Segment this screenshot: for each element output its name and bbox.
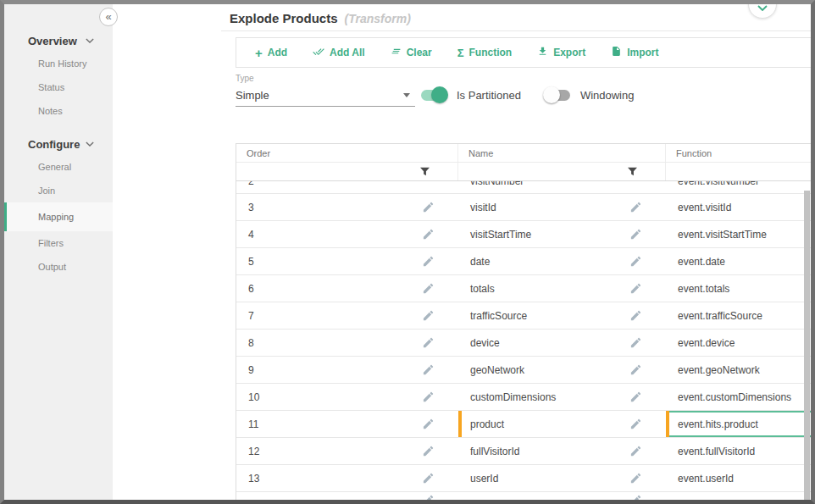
table-row: 9 geoNetwork event.geoNetwork No	[236, 357, 811, 384]
pencil-icon[interactable]	[422, 255, 435, 268]
name-cell: trafficSource	[458, 310, 527, 322]
table-row: 13 userId event.userId No	[236, 465, 811, 492]
sidebar-section-overview[interactable]: Overview	[4, 30, 113, 52]
pencil-icon[interactable]	[629, 228, 642, 241]
pencil-icon[interactable]	[629, 472, 642, 485]
toggle-label: Windowing	[580, 89, 635, 102]
sidebar-item-label: Join	[38, 186, 55, 196]
table-row: 6 totals event.totals No	[236, 275, 811, 302]
chevron-down-icon	[86, 38, 94, 43]
funnel-icon	[627, 164, 638, 180]
order-cell: 13	[236, 473, 259, 485]
name-cell: product	[458, 418, 504, 430]
table-row: 11 product event.hits.product No	[236, 411, 811, 438]
header-divider	[221, 30, 811, 31]
type-select[interactable]: Simple	[236, 84, 415, 107]
toggle-label: Is Partitioned	[457, 89, 521, 102]
pencil-icon[interactable]	[629, 390, 642, 403]
pencil-icon[interactable]	[422, 494, 435, 500]
pencil-icon[interactable]	[422, 418, 435, 430]
vertical-scrollbar[interactable]	[804, 191, 810, 500]
sidebar-item-status[interactable]: Status	[4, 75, 113, 99]
table-row: 10 customDimensions event.customDimensio…	[236, 384, 811, 411]
page-title: Explode Products(Transform)	[230, 11, 411, 26]
function-cell: event.hits.product	[666, 418, 758, 430]
order-cell: 12	[236, 446, 259, 457]
pencil-icon[interactable]	[422, 363, 435, 376]
pencil-icon[interactable]	[629, 336, 642, 349]
filter-name[interactable]	[458, 163, 666, 180]
function-cell: event.visitNumber	[666, 181, 759, 187]
sidebar-item-run-history[interactable]: Run History	[4, 52, 113, 75]
pencil-icon[interactable]	[422, 228, 435, 241]
name-cell: device	[458, 337, 500, 349]
name-cell: visitId	[458, 202, 496, 213]
pencil-icon[interactable]	[629, 445, 642, 457]
function-cell: event.customDimensions	[666, 391, 791, 403]
table-row-partial	[236, 492, 811, 500]
sidebar-item-mapping[interactable]: Mapping	[4, 202, 113, 231]
sidebar-item-general[interactable]: General	[4, 155, 113, 179]
export-button[interactable]: Export	[537, 46, 585, 59]
table-row: 8 device event.device No	[236, 330, 811, 357]
chevron-down-icon	[757, 4, 768, 14]
table-filter-row	[236, 163, 811, 181]
sidebar-item-notes[interactable]: Notes	[4, 99, 113, 123]
filter-order[interactable]	[236, 163, 458, 180]
import-button[interactable]: Import	[611, 46, 658, 59]
sidebar-item-filters[interactable]: Filters	[4, 231, 113, 255]
pencil-icon[interactable]	[629, 282, 642, 295]
button-label: Clear	[407, 47, 432, 58]
pencil-icon[interactable]	[422, 336, 435, 349]
function-cell: event.geoNetwork	[666, 364, 760, 376]
sidebar-item-output[interactable]: Output	[4, 255, 113, 279]
order-cell: 3	[236, 202, 254, 213]
mapping-table: Order Name Function Identi 2	[236, 143, 811, 500]
window-frame: Overview Run History Status Notes Config…	[0, 0, 815, 504]
pencil-icon[interactable]	[629, 494, 642, 500]
table-body: 2 visitNumber event.visitNumber No 3 vis…	[236, 181, 811, 500]
filter-function[interactable]	[666, 163, 811, 180]
pencil-icon[interactable]	[629, 418, 642, 430]
name-cell: userId	[458, 473, 498, 485]
sidebar-section-label: Configure	[28, 138, 80, 151]
sigma-icon: Σ	[457, 47, 464, 58]
column-header-function: Function	[666, 144, 811, 162]
pencil-icon[interactable]	[422, 282, 435, 295]
pencil-icon[interactable]	[629, 201, 642, 213]
button-label: Function	[469, 47, 513, 58]
is-partitioned-toggle[interactable]: Is Partitioned	[419, 86, 521, 103]
collapse-sidebar-button[interactable]: «	[99, 8, 118, 26]
name-cell: geoNetwork	[458, 364, 524, 376]
sidebar-item-label: Run History	[38, 58, 86, 69]
order-cell: 10	[236, 391, 259, 403]
add-button[interactable]: + Add	[255, 47, 287, 59]
clear-button[interactable]: Clear	[391, 46, 432, 59]
sidebar-item-label: Notes	[38, 106, 63, 116]
sidebar-section-configure[interactable]: Configure	[4, 133, 113, 155]
type-field-label: Type	[236, 74, 254, 83]
pencil-icon[interactable]	[422, 472, 435, 485]
function-button[interactable]: Σ Function	[457, 47, 512, 58]
function-cell: event.device	[666, 337, 735, 349]
pencil-icon[interactable]	[629, 309, 642, 322]
button-label: Add All	[330, 47, 365, 58]
name-cell: totals	[458, 283, 495, 295]
pencil-icon[interactable]	[422, 390, 435, 403]
clear-all-icon	[391, 46, 402, 59]
sidebar-section-label: Overview	[28, 35, 77, 47]
plus-icon: +	[255, 47, 263, 59]
pencil-icon[interactable]	[422, 201, 435, 213]
order-cell: 11	[236, 418, 258, 430]
name-cell: date	[458, 256, 490, 268]
add-all-button[interactable]: Add All	[313, 46, 365, 60]
toggle-switch	[543, 86, 572, 103]
sidebar-item-join[interactable]: Join	[4, 179, 113, 202]
windowing-toggle[interactable]: Windowing	[543, 86, 635, 103]
function-cell: event.date	[666, 256, 725, 268]
pencil-icon[interactable]	[629, 363, 642, 376]
pencil-icon[interactable]	[422, 445, 435, 457]
order-cell: 9	[236, 364, 254, 376]
pencil-icon[interactable]	[629, 255, 642, 268]
pencil-icon[interactable]	[422, 309, 435, 322]
